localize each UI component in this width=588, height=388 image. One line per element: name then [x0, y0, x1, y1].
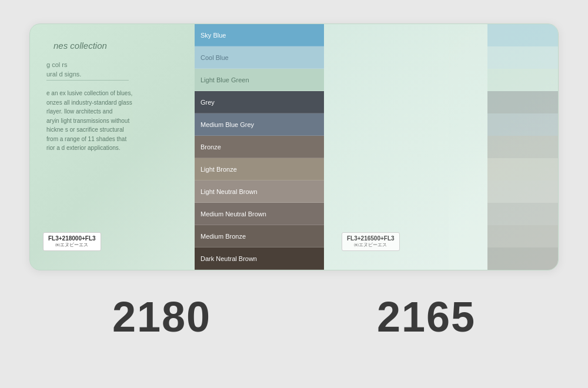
right-swatch-6: [487, 136, 558, 158]
color-dark-neutral-brown: Dark Neutral Brown: [195, 247, 324, 270]
color-light-bronze: Light Bronze: [195, 158, 324, 180]
left-panel: nes collection g col rs ural d signs. e …: [30, 24, 195, 270]
label-tag-left: FL3+218000+FL3 ㈱エヌビーエス: [43, 232, 101, 251]
right-swatch-5: [487, 113, 558, 136]
right-panel: FL3+216500+FL3 ㈱エヌビーエス: [324, 24, 558, 270]
right-swatch-7: [487, 158, 558, 180]
color-cool-blue: Cool Blue: [195, 46, 324, 69]
label-right-code: FL3+216500+FL3: [347, 235, 395, 242]
numbers-row: 2180 2165: [29, 293, 559, 341]
right-swatch-3: [487, 69, 558, 91]
number-left: 2180: [112, 293, 211, 341]
right-swatch-4: [487, 91, 558, 113]
color-light-neutral-brown: Light Neutral Brown: [195, 180, 324, 203]
right-swatch-10: [487, 225, 558, 247]
right-swatch-2: [487, 46, 558, 69]
body-text: e an ex lusive collection of blues,onzes…: [46, 89, 183, 153]
color-list-panel: Sky Blue Cool Blue Light Blue Green Grey…: [195, 24, 324, 270]
color-sky-blue: Sky Blue: [195, 24, 324, 46]
glass-card: nes collection g col rs ural d signs. e …: [29, 24, 559, 270]
right-swatch-8: [487, 180, 558, 203]
label-left-code: FL3+218000+FL3: [48, 235, 96, 242]
label-right-company: ㈱エヌビーエス: [354, 242, 387, 247]
color-medium-blue-grey: Medium Blue Grey: [195, 113, 324, 136]
label-tag-right: FL3+216500+FL3 ㈱エヌビーエス: [342, 232, 400, 251]
right-swatch-11: [487, 247, 558, 270]
number-right: 2165: [377, 293, 476, 341]
color-bronze: Bronze: [195, 136, 324, 158]
brand-title: nes collection: [46, 41, 183, 51]
color-light-blue-green: Light Blue Green: [195, 69, 324, 91]
divider: [46, 80, 129, 81]
glass-panel-wrapper: nes collection g col rs ural d signs. e …: [12, 12, 576, 282]
color-medium-neutral-brown: Medium Neutral Brown: [195, 203, 324, 225]
color-grey: Grey: [195, 91, 324, 113]
label-left-company: ㈱エヌビーエス: [55, 242, 88, 247]
right-swatch-9: [487, 203, 558, 225]
colors-label: g col rs: [46, 61, 183, 68]
designs-label: ural d signs.: [46, 71, 183, 78]
main-container: nes collection g col rs ural d signs. e …: [12, 12, 576, 341]
right-swatches: [487, 24, 558, 270]
right-swatch-1: [487, 24, 558, 46]
color-medium-bronze: Medium Bronze: [195, 225, 324, 247]
